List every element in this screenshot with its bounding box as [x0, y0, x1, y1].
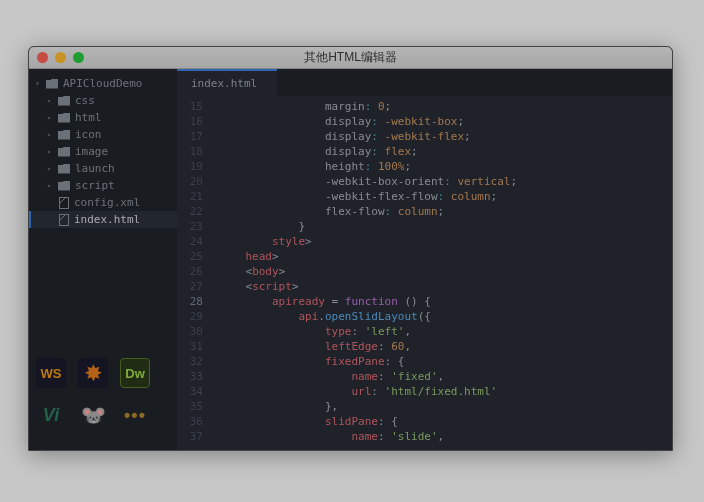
gutter: 1516171819202122232425262728293031323334…: [177, 96, 211, 450]
tab-bar[interactable]: index.html: [177, 69, 672, 96]
folder-label: APICloudDemo: [63, 77, 142, 90]
file-label: config.xml: [74, 196, 140, 209]
code-editor[interactable]: 1516171819202122232425262728293031323334…: [177, 96, 672, 450]
code-area[interactable]: margin: 0; display: -webkit-box; display…: [211, 96, 672, 450]
more-icon[interactable]: •••: [120, 400, 150, 430]
tree-root[interactable]: ▾APICloudDemo: [29, 75, 177, 92]
file-icon: [59, 214, 69, 226]
folder-icon: [58, 113, 70, 123]
folder-icon: [58, 96, 70, 106]
tree-file[interactable]: index.html: [29, 211, 177, 228]
window-title: 其他HTML编辑器: [29, 49, 672, 66]
dreamweaver-icon[interactable]: Dw: [120, 358, 150, 388]
folder-label: image: [75, 145, 108, 158]
app-icons: WS ✸ Dw Vi 🐭 •••: [28, 350, 158, 438]
folder-icon: [58, 147, 70, 157]
file-icon: [59, 197, 69, 209]
chevron-right-icon: ▸: [47, 113, 55, 122]
chevron-right-icon: ▸: [47, 147, 55, 156]
tree-folder[interactable]: ▸css: [29, 92, 177, 109]
folder-icon: [58, 164, 70, 174]
folder-label: script: [75, 179, 115, 192]
tree-file[interactable]: config.xml: [29, 194, 177, 211]
tree-folder[interactable]: ▸html: [29, 109, 177, 126]
chevron-right-icon: ▸: [47, 164, 55, 173]
settings-icon[interactable]: ✸: [78, 358, 108, 388]
tab-label: index.html: [191, 77, 257, 90]
tree-folder[interactable]: ▸image: [29, 143, 177, 160]
gimp-icon[interactable]: 🐭: [78, 400, 108, 430]
chevron-right-icon: ▸: [47, 181, 55, 190]
editor-main: index.html 15161718192021222324252627282…: [177, 69, 672, 450]
chevron-right-icon: ▸: [47, 96, 55, 105]
folder-icon: [58, 130, 70, 140]
chevron-down-icon: ▾: [35, 79, 43, 88]
folder-icon: [58, 181, 70, 191]
folder-label: css: [75, 94, 95, 107]
folder-icon: [46, 79, 58, 89]
file-label: index.html: [74, 213, 140, 226]
folder-label: launch: [75, 162, 115, 175]
tab-index-html[interactable]: index.html: [177, 69, 277, 96]
vim-icon[interactable]: Vi: [36, 400, 66, 430]
tree-folder[interactable]: ▸icon: [29, 126, 177, 143]
folder-label: icon: [75, 128, 102, 141]
webstorm-icon[interactable]: WS: [36, 358, 66, 388]
titlebar[interactable]: 其他HTML编辑器: [29, 47, 672, 69]
chevron-right-icon: ▸: [47, 130, 55, 139]
tree-folder[interactable]: ▸script: [29, 177, 177, 194]
folder-label: html: [75, 111, 102, 124]
tree-folder[interactable]: ▸launch: [29, 160, 177, 177]
